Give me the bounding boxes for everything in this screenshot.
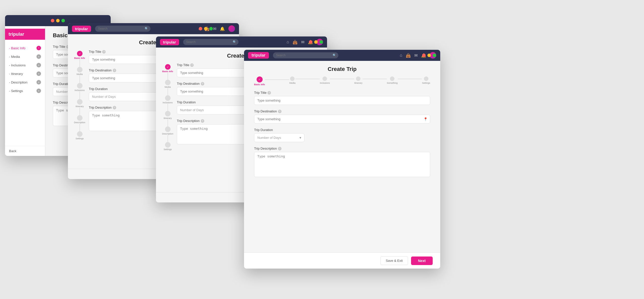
bag-icon-4[interactable]: 👜 [406, 53, 411, 58]
form-label-dest-4: Trip Destination ? [254, 109, 430, 113]
step-label-desc-3: Description [162, 133, 173, 135]
form-label-desc-4: Trip Description ? [254, 147, 430, 150]
h-step-circle-basic-info-4: ✓ [257, 76, 263, 82]
help-icon-desc-2: ? [113, 106, 116, 109]
sidebar-item-basic-info[interactable]: - Basic Info ! [5, 44, 45, 52]
traffic-light-green-2[interactable] [209, 27, 213, 30]
sidebar-item-label-settings: - Settings [9, 89, 23, 93]
h-step-circle-media-4 [290, 76, 295, 81]
h-step-label-inclusions-4: Inclusions [320, 82, 330, 84]
trip-duration-select-4[interactable]: Number of Days [254, 133, 304, 142]
v-stepper-2: ✓ Basic Info Media Inclusions Itine [74, 50, 85, 169]
step-line-4-4 [363, 79, 387, 79]
trip-destination-input-4[interactable] [254, 115, 430, 123]
save-exit-button-4[interactable]: Save & Exit [380, 256, 408, 265]
traffic-light-yellow-4[interactable] [427, 54, 431, 57]
sidebar-item-description[interactable]: - Description + [5, 78, 45, 87]
sidebar-badge-media: + [36, 54, 41, 59]
sidebar-item-label-inclusions: - Inclusions [9, 63, 26, 67]
mail-icon-2[interactable]: ✉ [213, 26, 216, 31]
step-circle-basic-info-3: ✓ [165, 64, 171, 70]
step-label-desc-2: Description [74, 121, 85, 124]
h-step-media-4: Media [289, 76, 296, 84]
sidebar-badge-inclusions: + [36, 63, 41, 67]
browser-chrome-3: tripular 🔍 ⌂ 👜 ✉ 🔔 [156, 36, 327, 48]
search-input-2[interactable] [95, 26, 150, 32]
next-button-4[interactable]: Next [411, 257, 433, 265]
h-step-label-something-4: Something [387, 82, 398, 84]
sidebar-item-media[interactable]: - Media + [5, 52, 45, 61]
step-label-inclusions-3: Inclusions [163, 101, 173, 104]
help-icon-dest-4: ? [278, 110, 281, 113]
form-group-dest-4: Trip Destination ? 📍 [254, 109, 430, 123]
traffic-light-yellow-2[interactable] [204, 27, 208, 30]
mail-icon-4[interactable]: ✉ [414, 53, 418, 58]
avatar-2[interactable] [228, 25, 235, 32]
search-input-3[interactable] [183, 39, 238, 45]
form-area-4: Trip Title ? Trip Destination ? 📍 Trip D… [244, 91, 440, 252]
mail-icon-3[interactable]: ✉ [301, 40, 304, 45]
traffic-lights-3 [309, 40, 323, 44]
sidebar-nav-1: - Basic Info ! - Media + - Inclusions + … [5, 40, 45, 146]
trip-title-input-4[interactable] [254, 96, 430, 105]
step-label-settings-2: Settings [75, 137, 84, 140]
logo-text-4: tripular [252, 53, 265, 58]
logo-area-1: tripular [5, 29, 45, 40]
help-icon-desc-4: ? [278, 147, 281, 150]
step-label-itinerary-2: Itinerary [75, 105, 84, 108]
help-icon-title-4: ? [267, 91, 271, 95]
sidebar-1: tripular - Basic Info ! - Media + - Incl… [5, 26, 45, 156]
step-line-2-2 [79, 75, 80, 83]
dest-input-wrapper-4: 📍 [254, 115, 430, 123]
sidebar-item-settings[interactable]: - Settings + [5, 87, 45, 95]
h-step-label-basic-info-4: Basic Info [254, 83, 265, 86]
sidebar-item-inclusions[interactable]: - Inclusions + [5, 61, 45, 69]
step-label-basic-info-3: Basic Info [162, 70, 173, 73]
step-circle-basic-info-2: ✓ [77, 51, 83, 56]
create-trip-title-4: Create Trip [244, 61, 440, 76]
step-label-inclusions-2: Inclusions [75, 89, 85, 92]
traffic-light-green-1[interactable] [61, 19, 65, 22]
sidebar-badge-settings: + [36, 89, 41, 93]
step-circle-itinerary-2 [77, 99, 83, 105]
step-label-itinerary-3: Itinerary [164, 117, 172, 119]
traffic-light-green-3[interactable] [319, 40, 323, 44]
traffic-light-yellow-1[interactable] [56, 19, 60, 22]
h-step-circle-settings-4 [424, 76, 428, 81]
back-button-1[interactable]: Back [9, 149, 41, 153]
step-circle-inclusions-3 [165, 95, 171, 101]
browser-chrome-4: tripular 🔍 ⌂ 👜 ✉ 🔔 [244, 50, 440, 61]
form-group-duration-4: Trip Duration Number of Days ▼ [254, 128, 430, 142]
h-step-label-settings-4: Settings [422, 82, 430, 84]
sidebar-item-label-basic-info: - Basic Info [9, 46, 25, 50]
sidebar-badge-description: + [36, 80, 41, 84]
bag-icon-3[interactable]: 👜 [293, 40, 298, 45]
home-icon-3[interactable]: ⌂ [287, 40, 289, 44]
traffic-light-red-1[interactable] [51, 19, 54, 22]
help-icon-dest-3: ? [201, 82, 204, 86]
h-step-settings-4: Settings [422, 76, 430, 84]
browser-chrome-2: tripular 🔍 ⌂ 👜 ✉ 🔔 [68, 23, 239, 34]
sidebar-item-label-description: - Description [9, 80, 27, 84]
step-circle-settings-2 [77, 131, 83, 137]
traffic-light-red-3[interactable] [309, 40, 312, 44]
traffic-light-green-4[interactable] [433, 54, 436, 57]
h-step-something-4: Something [387, 76, 398, 84]
sidebar-item-itinerary[interactable]: - Itinerary + [5, 69, 45, 78]
help-icon-desc-3: ? [201, 119, 204, 123]
bell-icon-2[interactable]: 🔔 [220, 26, 225, 31]
trip-desc-textarea-4[interactable] [254, 152, 430, 177]
traffic-light-red-2[interactable] [199, 27, 202, 30]
step-label-media-3: Media [165, 86, 171, 88]
search-icon-3: 🔍 [233, 40, 236, 44]
step-line-5-2 [79, 124, 80, 131]
logo-text-2: tripular [75, 27, 88, 31]
step-circle-desc-2 [77, 115, 83, 121]
search-input-4[interactable] [273, 52, 338, 58]
form-label-title-4: Trip Title ? [254, 91, 430, 95]
sidebar-item-label-media: - Media [9, 55, 20, 59]
step-line-1-2 [79, 59, 80, 67]
home-icon-4[interactable]: ⌂ [400, 53, 402, 58]
traffic-light-yellow-3[interactable] [314, 40, 318, 44]
traffic-light-red-4[interactable] [422, 54, 426, 57]
